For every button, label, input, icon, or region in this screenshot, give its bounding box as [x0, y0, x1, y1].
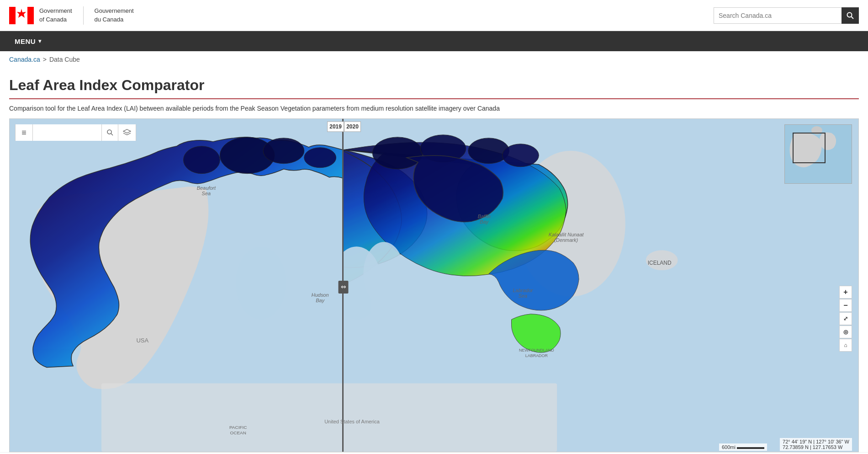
menu-button[interactable]: MENU ▾ — [9, 31, 47, 51]
government-name-fr: Gouvernementdu Canada — [95, 7, 134, 23]
svg-text:Sea: Sea — [519, 293, 528, 299]
svg-line-51 — [111, 134, 113, 135]
svg-text:Labrador: Labrador — [513, 288, 534, 293]
svg-point-14 — [304, 148, 336, 168]
svg-text:2020: 2020 — [346, 123, 359, 130]
map-layers-button[interactable] — [118, 124, 136, 141]
breadcrumb-current: Data Cube — [49, 56, 80, 63]
svg-marker-52 — [123, 129, 131, 133]
svg-text:PACIFIC: PACIFIC — [229, 425, 247, 430]
hamburger-icon: ≡ — [21, 128, 26, 138]
svg-line-5 — [852, 16, 854, 19]
svg-text:Bay: Bay — [480, 219, 489, 224]
site-header: Governmentof Canada Gouvernementdu Canad… — [0, 0, 868, 31]
breadcrumb-separator: > — [43, 56, 47, 63]
zoom-controls: + − ⤢ ◎ ⌂ — [839, 286, 852, 352]
svg-text:NEWFOUNDLAND: NEWFOUNDLAND — [519, 348, 554, 353]
map-toolbar: ≡ — [15, 124, 136, 141]
svg-text:OCEAN: OCEAN — [230, 430, 246, 435]
government-name: Governmentof Canada — [39, 7, 72, 23]
svg-point-4 — [847, 12, 852, 17]
svg-rect-0 — [9, 7, 16, 24]
svg-text:Baffin: Baffin — [478, 214, 491, 219]
svg-point-18 — [372, 137, 423, 169]
svg-text:LABRADOR: LABRADOR — [525, 353, 548, 358]
zoom-out-button[interactable]: − — [839, 299, 852, 312]
page-description: Comparison tool for the Leaf Area Index … — [9, 105, 859, 112]
map-canvas: 2019 2020 ⇔ Beaufort Sea Hudson Bay Labr… — [10, 119, 858, 452]
svg-point-24 — [370, 288, 397, 333]
mini-map-inner — [785, 125, 852, 183]
search-icon — [847, 12, 854, 19]
svg-text:ICELAND: ICELAND — [648, 260, 672, 266]
svg-text:Hudson: Hudson — [312, 292, 329, 298]
svg-text:⇔: ⇔ — [341, 283, 346, 290]
canada-flag-icon — [9, 3, 34, 28]
menu-label: MENU — [15, 37, 36, 45]
coord-line2: 72.73859 N | 127.17653 W — [783, 444, 849, 450]
svg-point-17 — [281, 202, 304, 219]
breadcrumb: Canada.ca > Data Cube — [0, 51, 868, 68]
search-button[interactable] — [842, 7, 859, 24]
svg-text:Bay: Bay — [316, 298, 325, 303]
logo-area: Governmentof Canada Gouvernementdu Canad… — [9, 3, 134, 28]
search-area — [714, 7, 859, 24]
coordinates-display: 72° 44' 19" N | 127° 10' 36" W 72.73859 … — [780, 438, 852, 451]
svg-text:USA: USA — [136, 337, 148, 344]
svg-point-16 — [220, 194, 238, 208]
zoom-extent-button[interactable]: ⤢ — [839, 312, 852, 325]
page-title: Leaf Area Index Comparator — [9, 77, 859, 94]
svg-text:Sea: Sea — [202, 191, 211, 196]
svg-point-12 — [184, 146, 220, 174]
svg-point-50 — [107, 130, 111, 134]
svg-point-20 — [468, 138, 509, 164]
navigation-bar: MENU ▾ — [0, 31, 868, 51]
map-container[interactable]: 2019 2020 ⇔ Beaufort Sea Hudson Bay Labr… — [9, 118, 859, 452]
search-input[interactable] — [714, 7, 842, 24]
svg-text:Kalaallit Nunaat: Kalaallit Nunaat — [549, 232, 584, 237]
svg-text:(Denmark): (Denmark) — [554, 237, 578, 243]
svg-point-13 — [263, 138, 304, 164]
zoom-location-button[interactable]: ◎ — [839, 326, 852, 338]
breadcrumb-home[interactable]: Canada.ca — [9, 56, 40, 63]
layers-icon — [123, 128, 131, 137]
map-menu-button[interactable]: ≡ — [16, 124, 33, 141]
page-content: Leaf Area Index Comparator Comparison to… — [0, 68, 868, 452]
svg-text:United States of America: United States of America — [324, 419, 380, 424]
svg-text:Beaufort: Beaufort — [197, 185, 216, 191]
svg-text:2019: 2019 — [329, 123, 342, 130]
zoom-home-button[interactable]: ⌂ — [839, 339, 852, 352]
mini-map — [784, 124, 852, 184]
map-search-icon — [107, 129, 113, 136]
mini-map-svg — [785, 125, 852, 184]
scale-bar: 600mi — [719, 443, 767, 451]
scale-value: 600mi — [722, 444, 736, 450]
svg-rect-25 — [101, 383, 557, 452]
zoom-in-button[interactable]: + — [839, 286, 852, 299]
svg-rect-2 — [27, 7, 34, 24]
svg-point-15 — [236, 246, 286, 320]
map-search-input[interactable] — [33, 124, 101, 141]
site-footer: © Her Majesty the Queen in Right of Cana… — [0, 452, 868, 454]
svg-point-21 — [503, 144, 539, 167]
title-divider — [9, 98, 859, 99]
coord-line1: 72° 44' 19" N | 127° 10' 36" W — [783, 439, 849, 444]
map-search-button[interactable] — [101, 124, 118, 141]
menu-chevron-icon: ▾ — [38, 38, 42, 44]
gov-name-en: Governmentof Canada — [39, 7, 72, 23]
